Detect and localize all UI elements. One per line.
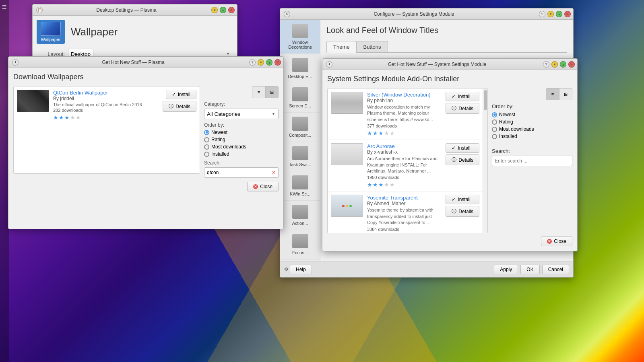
- ok-button[interactable]: OK: [520, 265, 539, 274]
- system-order-most-downloads[interactable]: Most downloads: [492, 126, 572, 132]
- silver-star-2: ★: [373, 130, 378, 136]
- star-2: ★: [59, 114, 64, 121]
- ghns-wallpaper-maximize-btn[interactable]: ▴: [266, 59, 272, 66]
- ghns-wallpaper-items-list: QtCon Berlin Wallpaper By jriddell The o…: [13, 86, 200, 174]
- ghns-wallpaper-close-button[interactable]: ✕ Close: [247, 182, 279, 191]
- view-grid-btn[interactable]: ⊞: [265, 86, 278, 98]
- sidebar-item-compositor[interactable]: Composit...: [280, 113, 320, 142]
- tab-theme[interactable]: Theme: [326, 41, 356, 53]
- task-switcher-icon: [292, 146, 308, 160]
- system-order-label: Order by:: [492, 103, 572, 109]
- apply-button[interactable]: Apply: [494, 265, 518, 274]
- system-item-arc-name[interactable]: Arc Aurorae: [367, 143, 442, 149]
- view-list-btn[interactable]: ≡: [252, 86, 265, 98]
- ghns-system-titlebar: ⬇ Get Hot New Stuff — System Settings Mo…: [322, 59, 577, 70]
- tab-buttons[interactable]: Buttons: [356, 41, 388, 52]
- wallpaper-icon-img: [41, 22, 61, 36]
- search-section: Search: ✕: [204, 160, 279, 178]
- ghns-wallpaper-minimize-btn[interactable]: ▾: [258, 59, 264, 66]
- configure-maximize-btn[interactable]: ▴: [556, 11, 562, 17]
- items-scrollbar[interactable]: [483, 88, 487, 233]
- dot-green: [349, 205, 352, 207]
- ghns-system-minimize-btn[interactable]: ▾: [551, 61, 558, 68]
- order-radio-group: Newest Rating Most downloads Instal: [204, 130, 279, 157]
- maximize-button[interactable]: ▴: [220, 7, 226, 13]
- order-newest[interactable]: Newest: [204, 130, 279, 135]
- cancel-button[interactable]: Cancel: [542, 265, 569, 274]
- ghns-wallpaper-help-btn[interactable]: ?: [249, 59, 256, 66]
- arc-star-1: ★: [367, 181, 372, 188]
- sidebar-item-actions-label: Action...: [292, 221, 308, 226]
- ghns-system-heading: System Settings Module Add-On Installer: [327, 75, 572, 83]
- sidebar-item-kwin-scripts[interactable]: KWin Sc...: [280, 171, 320, 201]
- close-button[interactable]: ✕: [228, 7, 235, 13]
- yosemite-install-btn[interactable]: ✓ Install: [446, 195, 479, 204]
- arc-star-3: ★: [378, 181, 384, 188]
- system-item-arc: Arc Aurorae By x-varlesh-x Arc Aurorae t…: [328, 140, 483, 191]
- category-select[interactable]: All Categories: [204, 109, 279, 119]
- ghns-wallpaper-item-stars-0: ★ ★ ★ ★ ★: [53, 114, 159, 121]
- system-order-newest[interactable]: Newest: [492, 112, 572, 117]
- taskbar-menu-icon[interactable]: ☰: [1, 4, 8, 10]
- system-item-silver-stars: ★ ★ ★ ★ ★: [367, 130, 442, 136]
- search-clear-btn[interactable]: ✕: [272, 170, 276, 175]
- silver-install-btn[interactable]: ✓ Install: [446, 92, 479, 101]
- order-most-downloads[interactable]: Most downloads: [204, 144, 279, 150]
- system-view-list-btn[interactable]: ≡: [546, 88, 559, 100]
- order-rating[interactable]: Rating: [204, 137, 279, 142]
- arc-install-btn[interactable]: ✓ Install: [446, 143, 479, 153]
- ghns-wallpaper-title: Get Hot New Stuff — Plasma: [19, 60, 248, 65]
- details-icon-0: ⓘ: [169, 103, 173, 110]
- desktop-settings-titlebar: 📋 Desktop Settings — Plasma ▾ ▴ ✕: [33, 4, 237, 16]
- ghns-wallpaper-install-btn-0[interactable]: ✓ Install: [166, 90, 196, 99]
- ghns-wallpaper-item-name-0[interactable]: QtCon Berlin Wallpaper: [53, 90, 159, 96]
- configure-help-btn[interactable]: ?: [539, 11, 545, 17]
- wallpaper-icon-label: Wallpaper: [41, 37, 60, 42]
- ghns-wallpaper-icon-btn: ⬇: [12, 59, 19, 66]
- system-view-grid-btn[interactable]: ⊞: [559, 88, 572, 100]
- category-section: Category: All Categories: [204, 101, 279, 119]
- ghns-system-close-btn[interactable]: ✕: [568, 61, 575, 68]
- sidebar-item-screen-edges[interactable]: Screen E...: [280, 83, 320, 113]
- kwin-scripts-icon: [292, 175, 308, 189]
- sidebar-item-desktop-effects[interactable]: Desktop E...: [280, 54, 320, 83]
- ghns-wallpaper-thumb-0: [17, 90, 49, 112]
- sidebar-item-window-decorations[interactable]: Window Decorations: [280, 20, 320, 54]
- desktop-settings-title: Desktop Settings — Plasma: [43, 7, 210, 13]
- star-1: ★: [53, 114, 58, 121]
- ghns-system-close-button[interactable]: ✕ Close: [541, 237, 572, 246]
- help-button[interactable]: Help: [290, 265, 312, 274]
- system-item-silver-name[interactable]: Silver (Window Decoration): [367, 92, 442, 98]
- system-item-yosemite-actions: ✓ Install ⓘ Details: [446, 195, 479, 233]
- star-5: ★: [76, 114, 81, 121]
- arc-details-btn[interactable]: ⓘ Details: [446, 154, 479, 165]
- silver-star-4: ★: [384, 130, 389, 136]
- yosemite-details-btn[interactable]: ⓘ Details: [446, 206, 479, 217]
- ghns-wallpaper-details-btn-0[interactable]: ⓘ Details: [163, 101, 196, 112]
- configure-minimize-btn[interactable]: ▾: [547, 11, 554, 17]
- system-order-installed[interactable]: Installed: [492, 134, 572, 139]
- silver-details-btn[interactable]: ⓘ Details: [446, 103, 479, 114]
- sidebar-item-task-switcher[interactable]: Task Swit...: [280, 142, 320, 171]
- system-order-rating[interactable]: Rating: [492, 119, 572, 125]
- sidebar-item-actions[interactable]: Action...: [280, 201, 320, 230]
- ghns-system-maximize-btn[interactable]: ▴: [560, 61, 566, 68]
- ghns-system-body: System Settings Module Add-On Installer …: [322, 70, 577, 251]
- configure-close-btn[interactable]: ✕: [564, 11, 571, 17]
- ghns-system-help-btn[interactable]: ?: [543, 61, 549, 68]
- system-search-input[interactable]: [492, 156, 572, 166]
- system-thumb-arc: [331, 143, 363, 165]
- search-input[interactable]: [207, 170, 270, 175]
- sidebar-item-focus[interactable]: Focus...: [280, 230, 320, 259]
- ghns-wallpaper-close-btn[interactable]: ✕: [275, 59, 281, 66]
- minimize-button[interactable]: ▾: [211, 7, 218, 13]
- system-item-yosemite-downloads: 3384 downloads: [367, 227, 442, 232]
- ghns-wallpaper-item-actions-0: ✓ Install ⓘ Details: [163, 90, 196, 121]
- sidebar-item-kwin-scripts-label: KWin Sc...: [290, 191, 310, 196]
- silver-install-check: ✓: [452, 94, 456, 99]
- system-item-yosemite-name[interactable]: Yosemite Transparent: [367, 195, 442, 201]
- silver-details-icon: ⓘ: [452, 105, 456, 112]
- sidebar-item-task-switcher-label: Task Swit...: [289, 162, 312, 167]
- arc-install-check: ✓: [452, 145, 456, 151]
- order-installed[interactable]: Installed: [204, 151, 279, 157]
